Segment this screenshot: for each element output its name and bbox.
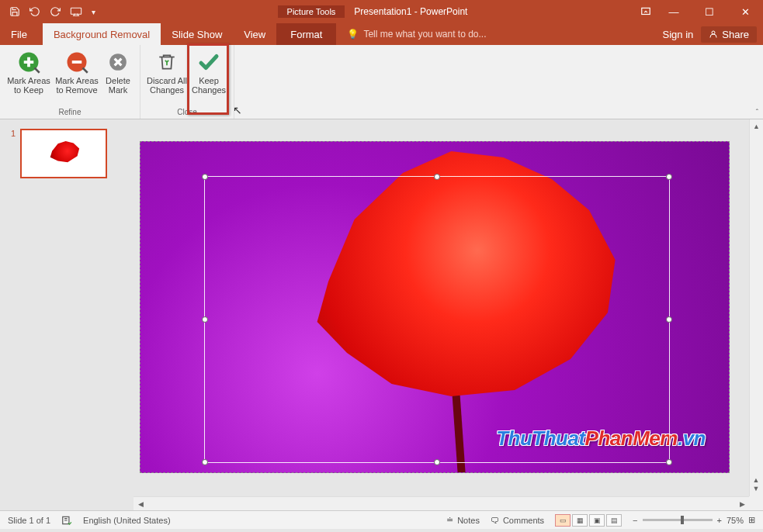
notes-button[interactable]: ≐ Notes — [446, 515, 480, 525]
zoom-slider[interactable] — [643, 519, 713, 521]
maximize-icon[interactable]: ☐ — [692, 0, 727, 23]
resize-handle-nw[interactable] — [202, 174, 208, 180]
window-controls: ― ☐ ✕ — [656, 0, 763, 23]
discard-icon — [154, 50, 179, 74]
redo-icon[interactable] — [50, 6, 61, 17]
lightbulb-icon: 💡 — [347, 29, 359, 40]
close-icon[interactable]: ✕ — [727, 0, 763, 23]
resize-handle-e[interactable] — [666, 316, 672, 323]
slide-nav-arrows: ▲ ▼ — [751, 476, 761, 493]
spellcheck-icon[interactable] — [61, 515, 72, 526]
zoom-in-icon[interactable]: + — [717, 516, 722, 525]
scroll-up-icon[interactable]: ▲ — [750, 119, 763, 133]
minus-circle-icon — [64, 50, 89, 74]
save-icon[interactable] — [9, 6, 20, 17]
undo-icon[interactable] — [29, 6, 40, 17]
thumbnail-number: 1 — [11, 129, 16, 178]
resize-handle-s[interactable] — [434, 459, 440, 465]
resize-handle-w[interactable] — [202, 316, 208, 323]
resize-handle-sw[interactable] — [202, 459, 208, 465]
group-refine: Mark Areas to Keep Mark Areas to Remove … — [0, 45, 140, 119]
workspace: 1 ThuThuatPhanMem.vn — [0, 119, 763, 510]
sign-in-link[interactable]: Sign in — [663, 29, 694, 40]
language-indicator[interactable]: English (United States) — [83, 516, 171, 525]
slide-thumbnail-1[interactable]: 1 — [11, 129, 123, 178]
resize-handle-n[interactable] — [434, 174, 440, 180]
prev-slide-icon[interactable]: ▲ — [751, 476, 761, 485]
fit-to-window-icon[interactable]: ⊞ — [748, 515, 755, 525]
tab-background-removal[interactable]: Background Removal — [43, 23, 161, 45]
svg-rect-0 — [71, 8, 81, 14]
mark-areas-to-remove-button[interactable]: Mark Areas to Remove — [53, 47, 101, 106]
thumbnail-preview[interactable] — [20, 129, 107, 178]
resize-handle-se[interactable] — [666, 459, 672, 465]
horizontal-scrollbar[interactable]: ◀ ▶ — [134, 496, 749, 510]
next-slide-icon[interactable]: ▼ — [751, 485, 761, 493]
scroll-corner — [749, 496, 763, 510]
title-bar: ▾ Picture Tools Presentation1 - PowerPoi… — [0, 0, 763, 23]
slide-editor: ThuThuatPhanMem.vn ▲ ▲ ▼ — [134, 119, 763, 510]
mark-areas-to-keep-button[interactable]: Mark Areas to Keep — [5, 47, 53, 106]
tab-file[interactable]: File — [0, 23, 43, 45]
delete-mark-button[interactable]: Delete Mark — [101, 47, 135, 106]
slide-counter[interactable]: Slide 1 of 1 — [8, 516, 50, 525]
comments-icon: 🗨 — [491, 516, 499, 525]
tab-slide-show[interactable]: Slide Show — [161, 23, 233, 45]
tell-me-placeholder: Tell me what you want to do... — [363, 29, 486, 40]
document-title: Presentation1 - PowerPoint — [354, 6, 467, 17]
resize-handle-ne[interactable] — [666, 174, 672, 180]
comments-button[interactable]: 🗨 Comments — [491, 516, 544, 525]
reading-view-icon[interactable]: ▣ — [589, 514, 605, 527]
delete-mark-icon — [106, 50, 130, 74]
view-buttons: ▭ ▦ ▣ ▤ — [555, 514, 622, 527]
start-from-beginning-icon[interactable] — [70, 6, 82, 17]
rose-thumbnail-graphic — [44, 141, 83, 166]
minimize-icon[interactable]: ― — [656, 0, 692, 23]
zoom-thumb[interactable] — [681, 516, 684, 524]
svg-point-2 — [712, 31, 715, 34]
selection-rectangle[interactable] — [204, 176, 670, 463]
plus-circle-icon — [16, 50, 41, 74]
zoom-controls: − + 75% ⊞ — [633, 515, 755, 525]
zoom-percent[interactable]: 75% — [727, 516, 744, 525]
thumbnail-pane[interactable]: 1 — [0, 119, 134, 510]
tab-view[interactable]: View — [233, 23, 276, 45]
tab-format[interactable]: Format — [276, 23, 336, 45]
share-icon — [709, 29, 718, 39]
slide-canvas[interactable]: ThuThuatPhanMem.vn — [140, 141, 730, 473]
scroll-left-icon[interactable]: ◀ — [134, 497, 147, 510]
ribbon-tabs: File Background Removal Slide Show View … — [0, 23, 763, 45]
notes-icon: ≐ — [446, 515, 453, 525]
status-bar: Slide 1 of 1 English (United States) ≐ N… — [0, 510, 763, 529]
zoom-out-icon[interactable]: − — [633, 516, 637, 525]
cursor-icon: ↖ — [233, 104, 242, 116]
collapse-ribbon-icon[interactable]: ˆ — [756, 109, 758, 117]
quick-access-toolbar: ▾ — [0, 6, 105, 17]
vertical-scrollbar[interactable]: ▲ — [749, 119, 763, 496]
slideshow-view-icon[interactable]: ▤ — [606, 514, 622, 527]
discard-all-changes-button[interactable]: Discard All Changes — [145, 47, 189, 106]
scroll-right-icon[interactable]: ▶ — [735, 497, 749, 510]
normal-view-icon[interactable]: ▭ — [555, 514, 571, 527]
ribbon: Mark Areas to Keep Mark Areas to Remove … — [0, 45, 763, 119]
annotation-highlight — [187, 43, 229, 115]
tell-me-search[interactable]: 💡 Tell me what you want to do... — [336, 23, 662, 45]
qat-more-icon[interactable]: ▾ — [92, 8, 95, 16]
contextual-tab-label: Picture Tools — [278, 5, 345, 18]
slide-sorter-view-icon[interactable]: ▦ — [572, 514, 588, 527]
ribbon-display-options-icon[interactable] — [640, 6, 656, 17]
share-button[interactable]: Share — [701, 26, 757, 43]
group-label-refine: Refine — [59, 106, 82, 119]
share-label: Share — [722, 29, 749, 40]
